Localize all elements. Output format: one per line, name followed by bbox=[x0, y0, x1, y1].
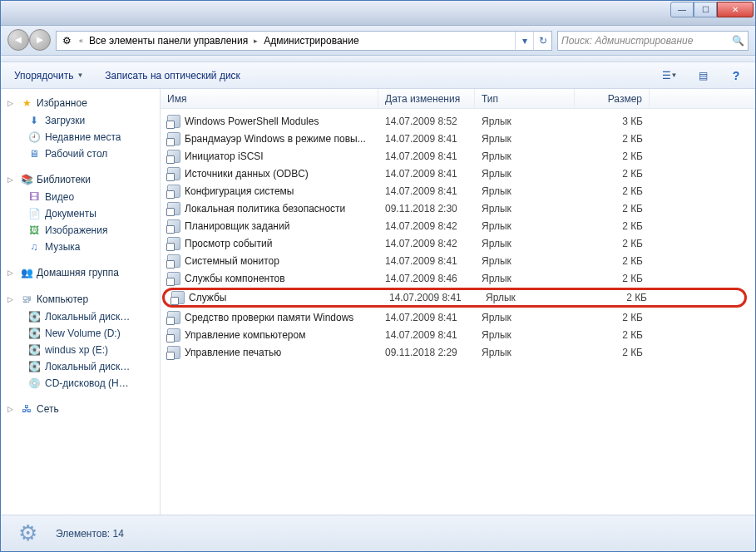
favorites-group[interactable]: ▷ ★ Избранное bbox=[4, 94, 160, 112]
file-type: Ярлык bbox=[475, 150, 575, 162]
drive-icon: 💽 bbox=[27, 327, 41, 340]
file-name: Инициатор iSCSI bbox=[185, 150, 264, 162]
nav-item-drive-local[interactable]: 💽Локальный диск… bbox=[4, 358, 160, 375]
burn-disc-button[interactable]: Записать на оптический диск bbox=[100, 67, 245, 85]
file-size: 2 КБ bbox=[575, 185, 650, 197]
minimize-button[interactable]: — bbox=[670, 2, 694, 17]
file-date: 14.07.2009 8:41 bbox=[378, 150, 475, 162]
shortcut-icon bbox=[167, 132, 180, 145]
expand-icon: ▷ bbox=[7, 99, 17, 107]
homegroup-group[interactable]: ▷ 👥 Домашняя группа bbox=[4, 264, 160, 282]
file-list[interactable]: Windows PowerShell Modules14.07.2009 8:5… bbox=[161, 109, 755, 515]
refresh-button[interactable]: ↻ bbox=[533, 32, 551, 50]
file-size: 2 КБ bbox=[575, 329, 650, 341]
file-date: 14.07.2009 8:41 bbox=[383, 292, 479, 303]
file-row[interactable]: Службы14.07.2009 8:41Ярлык2 КБ bbox=[162, 288, 747, 308]
file-row[interactable]: Windows PowerShell Modules14.07.2009 8:5… bbox=[161, 112, 755, 130]
file-name: Брандмауэр Windows в режиме повы... bbox=[185, 133, 366, 145]
file-size: 2 КБ bbox=[575, 312, 650, 323]
libraries-group[interactable]: ▷ 📚 Библиотеки bbox=[4, 170, 160, 189]
menu-spacer bbox=[1, 56, 755, 62]
nav-item-documents[interactable]: 📄Документы bbox=[4, 205, 160, 222]
pictures-icon: 🖼 bbox=[27, 224, 41, 237]
expand-icon: ▷ bbox=[7, 295, 17, 303]
file-name: Источники данных (ODBC) bbox=[185, 168, 309, 180]
recent-icon: 🕘 bbox=[27, 131, 41, 144]
column-date[interactable]: Дата изменения bbox=[378, 89, 475, 108]
column-name[interactable]: Имя bbox=[161, 89, 378, 108]
file-date: 09.11.2018 2:30 bbox=[378, 203, 475, 214]
nav-item-recent[interactable]: 🕘Недавние места bbox=[4, 129, 160, 145]
file-date: 14.07.2009 8:41 bbox=[378, 185, 475, 197]
close-button[interactable]: ✕ bbox=[717, 2, 754, 17]
nav-item-desktop[interactable]: 🖥Рабочий стол bbox=[4, 145, 160, 162]
file-row[interactable]: Брандмауэр Windows в режиме повы...14.07… bbox=[161, 130, 755, 147]
nav-item-downloads[interactable]: ⬇Загрузки bbox=[4, 112, 160, 129]
toolbar: Упорядочить ▼ Записать на оптический дис… bbox=[1, 62, 755, 89]
libraries-icon: 📚 bbox=[20, 173, 33, 186]
nav-item-drive-cd[interactable]: 💿CD-дисковод (H… bbox=[4, 375, 160, 392]
file-type: Ярлык bbox=[475, 255, 575, 267]
file-type: Ярлык bbox=[475, 168, 575, 180]
file-date: 14.07.2009 8:46 bbox=[378, 273, 475, 284]
file-row[interactable]: Средство проверки памяти Windows14.07.20… bbox=[161, 308, 755, 326]
forward-button[interactable]: ► bbox=[29, 29, 51, 51]
file-row[interactable]: Управление компьютером14.07.2009 8:41Ярл… bbox=[161, 326, 755, 343]
file-row[interactable]: Управление печатью09.11.2018 2:29Ярлык2 … bbox=[161, 343, 755, 361]
shortcut-icon bbox=[167, 328, 180, 342]
help-button[interactable]: ? bbox=[725, 66, 747, 86]
maximize-button[interactable]: ☐ bbox=[694, 2, 717, 17]
nav-item-drive-d[interactable]: 💽New Volume (D:) bbox=[4, 325, 160, 342]
nav-item-music[interactable]: ♫Музыка bbox=[4, 239, 160, 255]
nav-item-drive-e[interactable]: 💽windus xp (E:) bbox=[4, 342, 160, 358]
file-size: 2 КБ bbox=[575, 347, 650, 358]
file-type: Ярлык bbox=[475, 116, 575, 127]
file-row[interactable]: Системный монитор14.07.2009 8:41Ярлык2 К… bbox=[161, 252, 755, 269]
view-options-button[interactable]: ☰ ▼ bbox=[659, 66, 680, 86]
file-name: Управление печатью bbox=[185, 347, 281, 358]
preview-pane-button[interactable]: ▤ bbox=[692, 66, 714, 86]
computer-group[interactable]: ▷ 🖳 Компьютер bbox=[4, 290, 160, 308]
column-type[interactable]: Тип bbox=[475, 89, 575, 108]
column-size[interactable]: Размер bbox=[575, 89, 650, 108]
nav-buttons: ◄ ► bbox=[7, 29, 51, 52]
file-row[interactable]: Планировщик заданий14.07.2009 8:42Ярлык2… bbox=[161, 217, 755, 234]
history-dropdown-button[interactable]: ▾ bbox=[515, 32, 533, 50]
file-type: Ярлык bbox=[475, 220, 575, 232]
drive-icon: 💽 bbox=[27, 343, 41, 357]
shortcut-icon bbox=[167, 219, 180, 233]
navigation-pane[interactable]: ▷ ★ Избранное ⬇Загрузки 🕘Недавние места … bbox=[1, 89, 161, 515]
address-bar[interactable]: ⚙ « Все элементы панели управления ▸ Адм… bbox=[56, 31, 552, 51]
control-panel-icon: ⚙ bbox=[60, 34, 73, 47]
drive-icon: 💽 bbox=[27, 310, 41, 323]
back-button[interactable]: ◄ bbox=[7, 29, 29, 51]
nav-item-videos[interactable]: 🎞Видео bbox=[4, 189, 160, 205]
file-row[interactable]: Инициатор iSCSI14.07.2009 8:41Ярлык2 КБ bbox=[161, 147, 755, 165]
file-row[interactable]: Конфигурация системы14.07.2009 8:41Ярлык… bbox=[161, 182, 755, 200]
file-row[interactable]: Службы компонентов14.07.2009 8:46Ярлык2 … bbox=[161, 269, 755, 287]
file-date: 14.07.2009 8:41 bbox=[378, 168, 475, 180]
file-name: Службы компонентов bbox=[185, 273, 285, 284]
nav-item-pictures[interactable]: 🖼Изображения bbox=[4, 222, 160, 239]
shortcut-icon bbox=[171, 291, 185, 304]
shortcut-icon bbox=[167, 254, 180, 268]
file-row[interactable]: Источники данных (ODBC)14.07.2009 8:41Яр… bbox=[161, 165, 755, 182]
nav-item-drive-c[interactable]: 💽Локальный диск… bbox=[4, 308, 160, 325]
file-row[interactable]: Локальная политика безопасности09.11.201… bbox=[161, 200, 755, 217]
file-type: Ярлык bbox=[475, 185, 575, 197]
file-size: 2 КБ bbox=[575, 168, 650, 180]
file-type: Ярлык bbox=[475, 238, 575, 249]
file-row[interactable]: Просмотр событий14.07.2009 8:42Ярлык2 КБ bbox=[161, 234, 755, 252]
status-bar: ⚙ Элементов: 14 bbox=[1, 515, 755, 551]
file-name: Windows PowerShell Modules bbox=[185, 116, 319, 127]
organize-button[interactable]: Упорядочить ▼ bbox=[9, 67, 88, 85]
network-group[interactable]: ▷ 🖧 Сеть bbox=[4, 400, 160, 418]
address-row: ◄ ► ⚙ « Все элементы панели управления ▸… bbox=[1, 26, 755, 56]
search-input[interactable]: Поиск: Администрирование 🔍 bbox=[557, 31, 749, 51]
breadcrumb-all-items[interactable]: Все элементы панели управления bbox=[86, 32, 251, 50]
file-name: Просмотр событий bbox=[185, 238, 272, 249]
file-date: 14.07.2009 8:41 bbox=[378, 255, 475, 267]
search-icon: 🔍 bbox=[732, 35, 744, 47]
breadcrumb-administration[interactable]: Администрирование bbox=[260, 32, 362, 50]
chevron-down-icon: ▼ bbox=[671, 71, 678, 79]
